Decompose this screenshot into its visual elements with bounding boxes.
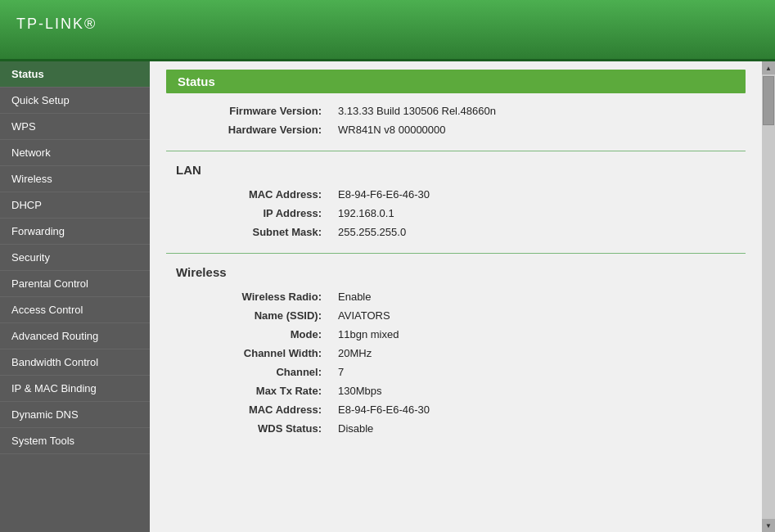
wireless-channel-row: Channel: 7 [166,363,746,381]
wireless-channel-value: 7 [330,363,746,381]
wireless-wds-row: WDS Status: Disable [166,419,746,438]
wireless-mode-label: Mode: [166,325,330,344]
sidebar-item-security[interactable]: Security [0,245,150,271]
wireless-mode-row: Mode: 11bgn mixed [166,325,746,344]
hardware-value: WR841N v8 00000000 [330,120,746,139]
wireless-ssid-value: AVIATORS [330,306,746,325]
wireless-ssid-label: Name (SSID): [166,306,330,325]
sidebar-item-forwarding[interactable]: Forwarding [0,219,150,245]
wireless-mode-value: 11bgn mixed [330,325,746,344]
lan-title: LAN [176,163,746,177]
hardware-label: Hardware Version: [166,120,330,139]
header: TP-LINK® [0,0,775,61]
sidebar-item-ip-&-mac-binding[interactable]: IP & MAC Binding [0,376,150,402]
sidebar-item-dhcp[interactable]: DHCP [0,192,150,219]
lan-ip-value: 192.168.0.1 [330,204,746,223]
scroll-down-arrow[interactable]: ▼ [762,519,775,532]
wireless-ssid-row: Name (SSID): AVIATORS [166,306,746,325]
lan-ip-label: IP Address: [166,204,330,223]
wireless-radio-row: Wireless Radio: Enable [166,287,746,306]
main-content: Status Firmware Version: 3.13.33 Build 1… [150,61,762,532]
wireless-wds-value: Disable [330,419,746,438]
firmware-value: 3.13.33 Build 130506 Rel.48660n [330,101,746,120]
divider-2 [166,253,746,254]
wireless-wds-label: WDS Status: [166,419,330,438]
wireless-radio-value: Enable [330,287,746,306]
sidebar-item-bandwidth-control[interactable]: Bandwidth Control [0,349,150,376]
sidebar-item-network[interactable]: Network [0,140,150,166]
logo-text: TP-LINK [16,16,84,32]
lan-mac-row: MAC Address: E8-94-F6-E6-46-30 [166,185,746,204]
lan-subnet-label: Subnet Mask: [166,223,330,241]
wireless-mac-value: E8-94-F6-E6-46-30 [330,400,746,419]
scroll-up-arrow[interactable]: ▲ [762,61,775,74]
lan-ip-row: IP Address: 192.168.0.1 [166,204,746,223]
sidebar-item-access-control[interactable]: Access Control [0,297,150,323]
logo-tm: ® [84,16,97,32]
scrollbar[interactable]: ▲ ▼ [762,61,775,532]
wireless-mac-row: MAC Address: E8-94-F6-E6-46-30 [166,400,746,419]
sidebar-item-wps[interactable]: WPS [0,114,150,140]
sidebar: StatusQuick SetupWPSNetworkWirelessDHCPF… [0,61,150,532]
wireless-channel-label: Channel: [166,363,330,381]
page-title: Status [178,74,215,88]
version-table: Firmware Version: 3.13.33 Build 130506 R… [166,101,746,139]
sidebar-item-advanced-routing[interactable]: Advanced Routing [0,323,150,349]
wireless-max-tx-value: 130Mbps [330,381,746,400]
wireless-max-tx-row: Max Tx Rate: 130Mbps [166,381,746,400]
sidebar-item-status[interactable]: Status [0,61,150,88]
wireless-mac-label: MAC Address: [166,400,330,419]
wireless-radio-label: Wireless Radio: [166,287,330,306]
sidebar-item-dynamic-dns[interactable]: Dynamic DNS [0,402,150,428]
divider-1 [166,151,746,151]
sidebar-item-wireless[interactable]: Wireless [0,166,150,192]
wireless-max-tx-label: Max Tx Rate: [166,381,330,400]
wireless-title: Wireless [176,265,746,279]
sidebar-item-quick-setup[interactable]: Quick Setup [0,88,150,114]
firmware-row: Firmware Version: 3.13.33 Build 130506 R… [166,101,746,120]
status-title-bar: Status [166,70,746,93]
lan-subnet-row: Subnet Mask: 255.255.255.0 [166,223,746,241]
sidebar-item-system-tools[interactable]: System Tools [0,428,150,454]
lan-table: MAC Address: E8-94-F6-E6-46-30 IP Addres… [166,185,746,241]
wireless-channel-width-label: Channel Width: [166,344,330,363]
lan-mac-label: MAC Address: [166,185,330,204]
logo: TP-LINK® [16,15,97,45]
scroll-thumb[interactable] [763,76,774,125]
wireless-channel-width-row: Channel Width: 20MHz [166,344,746,363]
layout: StatusQuick SetupWPSNetworkWirelessDHCPF… [0,61,775,532]
lan-subnet-value: 255.255.255.0 [330,223,746,241]
content-area: Status Firmware Version: 3.13.33 Build 1… [150,61,762,459]
lan-mac-value: E8-94-F6-E6-46-30 [330,185,746,204]
hardware-row: Hardware Version: WR841N v8 00000000 [166,120,746,139]
sidebar-item-parental-control[interactable]: Parental Control [0,271,150,297]
wireless-channel-width-value: 20MHz [330,344,746,363]
firmware-label: Firmware Version: [166,101,330,120]
wireless-table: Wireless Radio: Enable Name (SSID): AVIA… [166,287,746,438]
